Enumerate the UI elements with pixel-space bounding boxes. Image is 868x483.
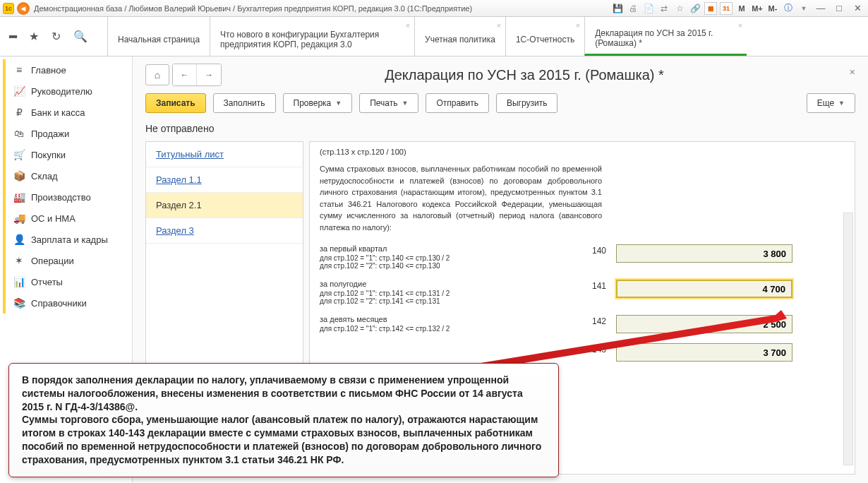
row-code: 141 xyxy=(574,280,616,291)
sidebar-item-label: Отчеты xyxy=(31,277,63,287)
title-bar: 1c ◄ Демонстрационная база / Любимов Вал… xyxy=(0,0,868,17)
nav-fwd-button[interactable]: → xyxy=(197,64,221,85)
close-icon[interactable]: × xyxy=(738,21,742,30)
sidebar-item-reports[interactable]: 📊Отчеты xyxy=(0,271,132,292)
upload-button[interactable]: Выгрузить xyxy=(496,93,558,113)
close-button[interactable]: ✕ xyxy=(850,3,865,13)
tab-home[interactable]: Начальная страница xyxy=(107,17,210,56)
truck-icon: 🚚 xyxy=(13,213,25,224)
check-button[interactable]: Проверка▼ xyxy=(283,93,353,113)
tab-label: Что нового в конфигурации Бухгалтерия пр… xyxy=(220,30,404,49)
compare-icon[interactable]: ⇄ xyxy=(658,2,670,15)
tab-whatsnew[interactable]: Что нового в конфигурации Бухгалтерия пр… xyxy=(210,17,414,56)
sidebar-item-label: ОС и НМА xyxy=(31,213,76,224)
button-label: Записать xyxy=(156,98,195,108)
row-code: 142 xyxy=(574,315,616,326)
info-icon[interactable]: ⓘ xyxy=(782,2,795,15)
nav-group: ← → xyxy=(172,64,222,86)
tabs-bar: ▪▪▪ ★ ↻ 🔍 Начальная страница Что нового … xyxy=(0,17,868,56)
sidebar-item-label: Операции xyxy=(31,256,74,266)
sidebar-item-manager[interactable]: 📈Руководителю xyxy=(0,80,132,102)
sidebar-item-label: Зарплата и кадры xyxy=(31,234,108,245)
back-button[interactable]: ◄ xyxy=(17,2,30,15)
box-icon: 📦 xyxy=(13,170,25,181)
chevron-down-icon: ▼ xyxy=(402,100,408,107)
section-1-1[interactable]: Раздел 1.1 xyxy=(146,167,303,193)
sidebar-item-production[interactable]: 🏭Производство xyxy=(0,186,132,208)
chart-icon: 📈 xyxy=(13,85,25,97)
tab-report[interactable]: 1С-Отчетность× xyxy=(505,17,584,56)
form-row-143: 143 xyxy=(320,343,845,362)
section-2-1[interactable]: Раздел 2.1 xyxy=(146,193,303,218)
section-3[interactable]: Раздел 3 xyxy=(146,218,303,244)
close-icon[interactable]: × xyxy=(576,21,580,30)
mplus-button[interactable]: M+ xyxy=(751,2,764,15)
tab-policy[interactable]: Учетная политика× xyxy=(414,17,505,56)
barchart-icon: 📊 xyxy=(13,276,25,287)
row-143-input[interactable] xyxy=(616,343,792,362)
save-icon[interactable]: 💾 xyxy=(611,2,624,15)
tab-declaration[interactable]: Декларация по УСН за 2015 г. (Ромашка) *… xyxy=(584,17,747,56)
sidebar-item-operations[interactable]: ✶Операции xyxy=(0,250,132,271)
row-hint: для стр.102 = "1": стр.140 <= стр.130 / … xyxy=(320,254,574,262)
m-button[interactable]: M xyxy=(735,2,748,15)
tab-label: Начальная страница xyxy=(118,35,200,44)
print-button[interactable]: Печать▼ xyxy=(359,93,418,113)
sidebar-item-label: Производство xyxy=(31,192,91,203)
sidebar-item-label: Покупки xyxy=(31,150,66,160)
form-paragraph: Сумма страховых взносов, выплаченных раб… xyxy=(320,163,602,233)
favorite-icon[interactable]: ☆ xyxy=(673,2,686,15)
operations-icon: ✶ xyxy=(13,255,25,266)
nav-back-button[interactable]: ← xyxy=(173,64,197,85)
sidebar-item-reference[interactable]: 📚Справочники xyxy=(0,292,132,314)
section-titlepage[interactable]: Титульный лист xyxy=(146,142,303,167)
print-icon[interactable]: 🖨 xyxy=(627,2,639,15)
close-icon[interactable]: × xyxy=(496,21,500,30)
sidebar-item-purchase[interactable]: 🛒Покупки xyxy=(0,144,132,165)
maximize-button[interactable]: □ xyxy=(831,3,847,13)
close-icon[interactable]: × xyxy=(406,21,410,30)
row-title: за девять месяцев xyxy=(320,315,574,323)
vertical-scrollbar[interactable] xyxy=(843,213,853,465)
history-icon[interactable]: ↻ xyxy=(52,30,61,43)
sidebar-item-salary[interactable]: 👤Зарплата и кадры xyxy=(0,229,132,250)
star-icon[interactable]: ★ xyxy=(29,30,39,43)
fill-button[interactable]: Заполнить xyxy=(213,93,276,113)
sidebar-item-label: Руководителю xyxy=(31,86,92,97)
sidebar-item-main[interactable]: ≡Главное xyxy=(0,59,132,80)
window-title: Демонстрационная база / Любимов Валерий … xyxy=(34,4,611,13)
sidebar-item-label: Справочники xyxy=(31,298,87,309)
search-icon[interactable]: 🔍 xyxy=(73,30,88,43)
dropdown-icon[interactable]: ▼ xyxy=(797,2,810,15)
sidebar-item-bank[interactable]: ₽Банк и касса xyxy=(0,102,132,123)
link-icon[interactable]: 🔗 xyxy=(689,2,701,15)
sidebar-item-sales[interactable]: 🛍Продажи xyxy=(0,123,132,144)
calendar-icon[interactable]: 31 xyxy=(720,2,733,15)
row-140-input[interactable] xyxy=(616,244,792,263)
button-label: Отправить xyxy=(436,98,478,108)
row-hint: для стр.102 = "2": стр.141 <= стр.131 xyxy=(320,297,574,305)
minimize-button[interactable]: — xyxy=(813,3,828,13)
row-code: 143 xyxy=(574,343,616,354)
save-button[interactable]: Записать xyxy=(145,93,206,113)
home-button[interactable]: ⌂ xyxy=(145,64,169,85)
books-icon: 📚 xyxy=(13,297,25,309)
doc-icon[interactable]: 📄 xyxy=(642,2,655,15)
row-141-input[interactable] xyxy=(616,280,792,298)
row-142-input[interactable] xyxy=(616,315,792,333)
sidebar-item-stock[interactable]: 📦Склад xyxy=(0,165,132,186)
person-icon: 👤 xyxy=(13,234,25,245)
toolbar: Записать Заполнить Проверка▼ Печать▼ Отп… xyxy=(133,89,868,120)
sidebar-item-assets[interactable]: 🚚ОС и НМА xyxy=(0,208,132,229)
calc-icon[interactable]: ▦ xyxy=(704,2,717,15)
button-label: Выгрузить xyxy=(507,98,548,108)
apps-icon[interactable]: ▪▪▪ xyxy=(8,30,16,43)
send-button[interactable]: Отправить xyxy=(426,93,489,113)
bag-icon: 🛍 xyxy=(13,128,25,139)
ruble-icon: ₽ xyxy=(13,107,25,118)
close-document-button[interactable]: × xyxy=(850,66,855,78)
callout-text: В порядок заполнения декларации по налог… xyxy=(22,374,541,465)
button-label: Еще xyxy=(817,98,834,108)
more-button[interactable]: Еще▼ xyxy=(807,93,855,113)
mminus-button[interactable]: M- xyxy=(766,2,779,15)
